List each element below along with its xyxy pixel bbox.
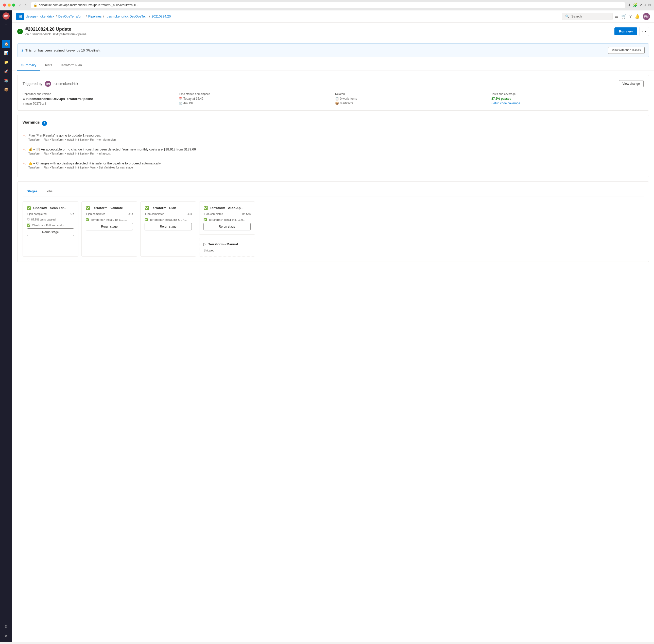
stage-checkov-success-icon: ✅ — [27, 206, 31, 210]
info-banner-left: ℹ This run has been retained forever by … — [22, 48, 100, 52]
sidebar-icon-settings[interactable]: ⚙ — [2, 622, 10, 630]
share-btn[interactable]: ↗ — [639, 3, 642, 7]
breadcrumb-sep2: / — [86, 15, 87, 18]
tests-section: Tests and coverage 87.5% passed Setup co… — [491, 92, 644, 105]
stage-checkov-jobs: 1 job completed — [27, 212, 47, 215]
tab-jobs[interactable]: Jobs — [42, 187, 56, 196]
sidebar-icon-add[interactable]: + — [2, 31, 10, 39]
cart-icon-btn[interactable]: 🛒 — [621, 14, 626, 19]
stage-validate-header: ✅ Terraform - Validate — [86, 206, 133, 210]
warning-icon-3: ⚠ — [23, 162, 26, 169]
sidebar-icon-testplans[interactable]: 📚 — [2, 76, 10, 85]
breadcrumb: devops-mckendrick / DevOpsTerraform / Pi… — [26, 15, 560, 18]
warnings-card: Warnings 3 ⚠ Plan 'PlanResults' is going… — [17, 115, 649, 177]
breadcrumb-sep3: / — [103, 15, 104, 18]
view-change-button[interactable]: View change — [619, 80, 644, 87]
time-section: Time started and elapsed 📅 Today at 15:4… — [179, 92, 331, 105]
user-avatar-top[interactable]: RM — [643, 13, 650, 20]
search-box[interactable]: 🔍 Search — [562, 13, 613, 20]
back-button[interactable]: ‹ — [18, 2, 22, 8]
branch-icon: ⑂ — [23, 102, 24, 105]
address-bar[interactable]: 🔒 dev.azure.com/devops-mckendrick/DevOps… — [31, 2, 625, 8]
stage-validate-name: Terraform - Validate — [92, 206, 123, 210]
warnings-header: Warnings 3 — [23, 120, 644, 127]
stage-autoapply-success-icon: ✅ — [204, 206, 208, 210]
tab-tests[interactable]: Tests — [40, 60, 56, 71]
warning-text-3: 👍 – Changes with no destroys detected, i… — [28, 161, 161, 165]
workitem-icon: 📋 — [335, 97, 339, 100]
search-icon: 🔍 — [565, 15, 569, 18]
rerun-checkov-button[interactable]: Rerun stage — [27, 228, 74, 236]
sidebar-icon-expand[interactable]: » — [2, 631, 10, 640]
azure-logo: ⊞ — [16, 13, 24, 20]
breadcrumb-sep1: / — [56, 15, 57, 18]
breadcrumb-project[interactable]: DevOpsTerraform — [59, 15, 85, 18]
download-btn[interactable]: ⬇ — [628, 3, 631, 7]
page-title-area: ✓ #20210824.20 Update on russmckendrick.… — [17, 27, 87, 36]
stages-grid: ✅ Checkov - Scan Ter... 1 job completed … — [23, 202, 644, 256]
dot-yellow[interactable] — [8, 4, 11, 7]
breadcrumb-org[interactable]: devops-mckendrick — [26, 15, 54, 18]
work-items: 📋 0 work items — [335, 97, 487, 100]
help-icon-btn[interactable]: ? — [629, 14, 632, 19]
rerun-plan-button[interactable]: Rerun stage — [145, 223, 192, 230]
new-tab-btn[interactable]: + — [644, 3, 646, 7]
view-retention-button[interactable]: View retention leases — [608, 47, 645, 54]
tab-terraform-plan[interactable]: Terraform Plan — [56, 60, 86, 71]
stage-autoapply-job-text: Terraform > install, init....1m... — [209, 218, 245, 221]
setup-coverage-link[interactable]: Setup code coverage — [491, 101, 520, 105]
sidebar-icon-repos[interactable]: 📁 — [2, 58, 10, 66]
stage-plan-jobs: 1 job completed — [145, 212, 164, 215]
user-avatar-sidebar[interactable]: RM — [3, 13, 10, 20]
time-started-value: Today at 15:42 — [183, 97, 204, 100]
sidebar-icon-artifacts[interactable]: 📦 — [2, 86, 10, 94]
run-new-button[interactable]: Run new — [614, 27, 637, 35]
tabs-btn[interactable]: ⧉ — [648, 3, 651, 7]
breadcrumb-pipelines[interactable]: Pipelines — [88, 15, 102, 18]
time-elapsed: 🕐 4m 19s — [179, 101, 331, 105]
forward-button[interactable]: › — [24, 2, 28, 8]
stage-autoapply-duration: 1m 54s — [241, 212, 251, 215]
job-success-icon-plan: ✅ — [145, 218, 148, 221]
warning-text-2: 💰 – 📋 An acceptable or no change in cost… — [28, 147, 196, 151]
stage-plan-name: Terraform - Plan — [151, 206, 176, 210]
dot-green[interactable] — [12, 4, 15, 7]
elapsed-value: 4m 19s — [183, 101, 193, 105]
stage-manual-skip-icon: ▷ — [204, 242, 206, 246]
page-title-block: #20210824.20 Update on russmckendrick.De… — [25, 27, 87, 36]
stage-plan-job-text: Terraform > install, init &... 4... — [150, 218, 187, 221]
stage-validate-success-icon: ✅ — [86, 206, 90, 210]
job-success-icon-checkov: ✅ — [27, 224, 30, 227]
calendar-icon: 📅 — [179, 97, 182, 100]
tab-stages[interactable]: Stages — [23, 187, 42, 196]
rerun-autoapply-button[interactable]: Rerun stage — [204, 223, 251, 230]
sidebar-icon-apps[interactable]: ⊞ — [2, 22, 10, 30]
warning-path-1: Terraform – Plan • Terraform > install, … — [28, 138, 116, 141]
rerun-validate-button[interactable]: Rerun stage — [86, 223, 133, 230]
sidebar-icon-pipelines[interactable]: 🚀 — [2, 67, 10, 75]
job-success-icon-autoapply: ✅ — [204, 218, 207, 221]
triggered-user-name: russmckendrick — [53, 82, 78, 86]
warning-content-2: 💰 – 📋 An acceptable or no change in cost… — [28, 147, 196, 155]
more-options-button[interactable]: ⋯ — [639, 27, 649, 36]
stage-manual-header: ▷ Terraform - Manual ... — [204, 242, 251, 246]
breadcrumb-run[interactable]: 20210824.20 — [151, 15, 171, 18]
branch-info: ⑂ main 55279cc3 — [23, 102, 175, 105]
stage-checkov-job-text: Checkov > Pull, run and p... — [32, 224, 66, 227]
tab-summary[interactable]: Summary — [17, 60, 40, 71]
lock-icon: 🔒 — [33, 3, 37, 7]
stage-checkov-meta: 1 job completed 27s — [27, 212, 74, 215]
sidebar-icon-boards[interactable]: 📊 — [2, 49, 10, 57]
stage-plan-meta: 1 job completed 46s — [145, 212, 192, 215]
related-label: Related — [335, 92, 487, 95]
extensions-btn[interactable]: 🧩 — [633, 3, 637, 7]
sidebar-icon-home[interactable]: 🏠 — [2, 40, 10, 48]
time-started: 📅 Today at 15:42 — [179, 97, 331, 100]
warning-icon-2: ⚠ — [23, 148, 26, 155]
list-icon-btn[interactable]: ☰ — [615, 14, 618, 19]
breadcrumb-pipeline-name[interactable]: russmckendrick.DevOpsTe... — [106, 15, 147, 18]
repo-label: Repository and version — [23, 92, 175, 95]
top-nav: ⊞ devops-mckendrick / DevOpsTerraform / … — [12, 10, 654, 23]
dot-red[interactable] — [3, 4, 6, 7]
notifications-btn[interactable]: 🔔 — [635, 14, 640, 19]
